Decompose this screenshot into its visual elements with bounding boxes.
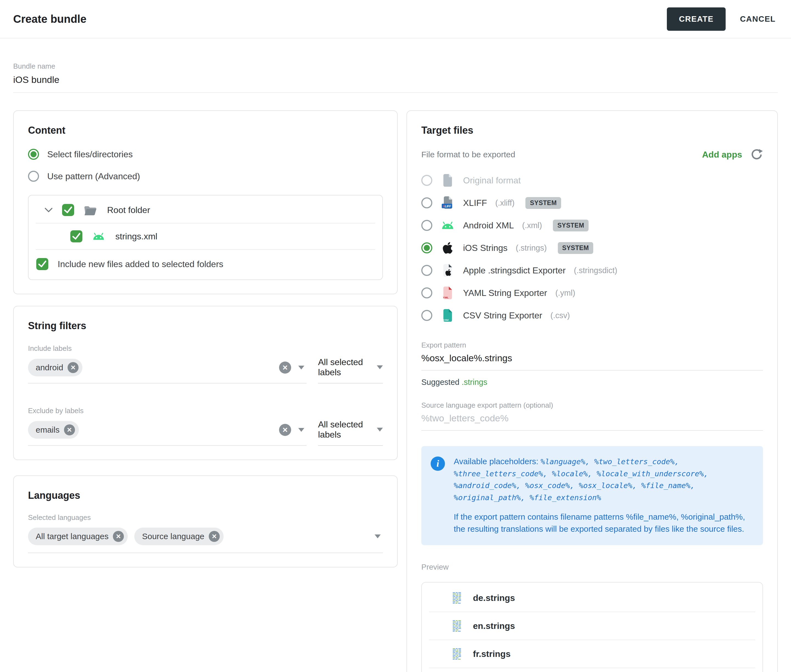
preview-row: en.strings [422, 612, 762, 640]
radio-selected-icon[interactable] [421, 242, 432, 253]
radio-unselected-icon[interactable] [28, 171, 39, 182]
remove-chip-icon[interactable]: ✕ [64, 424, 75, 435]
format-row-yaml[interactable]: YML YAML String Exporter (.yml) [421, 282, 763, 304]
chip-label: All target languages [36, 532, 109, 541]
preview-file-name: fr.strings [473, 649, 510, 659]
format-row-csv[interactable]: CSV CSV String Exporter (.csv) [421, 304, 763, 327]
export-pattern-field: Export pattern [421, 341, 763, 371]
include-labels-mode-select[interactable]: All selected labels [318, 357, 383, 384]
strings-file-icon [452, 619, 462, 632]
radio-selected-icon[interactable] [28, 149, 39, 160]
chevron-down-icon[interactable] [45, 207, 53, 213]
checkbox-root-checked[interactable] [62, 204, 74, 216]
exclude-mode-value: All selected labels [318, 419, 377, 440]
radio-unselected-icon[interactable] [421, 220, 432, 231]
system-badge: SYSTEM [525, 197, 561, 209]
checkbox-include-new-files[interactable] [36, 258, 48, 270]
format-ext: (.xliff) [495, 198, 514, 208]
remove-chip-icon[interactable]: ✕ [113, 531, 124, 542]
apple-icon [441, 241, 455, 254]
format-row-stringsdict[interactable]: Apple .stringsdict Exporter (.stringsdic… [421, 259, 763, 282]
format-name: YAML String Exporter [463, 288, 547, 298]
dropdown-arrow-icon[interactable] [377, 428, 383, 432]
format-row-original[interactable]: Original format [421, 169, 763, 192]
format-ext: (.xml) [522, 221, 542, 230]
suggested-label: Suggested [421, 378, 459, 387]
exclude-labels-label: Exclude by labels [28, 406, 383, 415]
format-name: Original format [463, 175, 521, 186]
strings-file-icon [452, 592, 462, 604]
csv-icon: CSV [441, 309, 455, 322]
android-icon [441, 221, 455, 230]
clear-include-labels-icon[interactable]: ✕ [279, 362, 291, 374]
option-select-files[interactable]: Select files/directories [28, 149, 383, 160]
radio-unselected-icon[interactable] [421, 287, 432, 298]
include-labels-input[interactable]: android ✕ ✕ [28, 357, 306, 384]
bundle-name-input[interactable] [13, 70, 778, 93]
chip-label: android [36, 363, 63, 372]
strings-file-icon [452, 648, 462, 660]
option-use-pattern[interactable]: Use pattern (Advanced) [28, 171, 383, 182]
checkbox-file-checked[interactable] [70, 230, 82, 242]
format-row-ios-strings[interactable]: iOS Strings (.strings) SYSTEM [421, 237, 763, 259]
file-icon [441, 173, 455, 187]
format-row-android-xml[interactable]: Android XML (.xml) SYSTEM [421, 214, 763, 237]
suggested-value[interactable]: .strings [462, 378, 487, 387]
format-name: iOS Strings [463, 243, 507, 253]
remove-chip-icon[interactable]: ✕ [67, 362, 79, 373]
preview-file-name: en.strings [473, 621, 515, 631]
dropdown-arrow-icon[interactable] [377, 365, 383, 369]
selected-languages-input[interactable]: All target languages ✕ Source language ✕ [28, 526, 383, 553]
svg-text:XLIFF: XLIFF [443, 205, 451, 208]
source-pattern-input[interactable] [421, 410, 763, 431]
include-mode-value: All selected labels [318, 357, 377, 378]
dropdown-arrow-icon[interactable] [298, 366, 304, 370]
chip-source-language: Source language ✕ [134, 528, 223, 545]
radio-unselected-icon[interactable] [421, 265, 432, 276]
format-row-xliff[interactable]: XLIFF XLIFF (.xliff) SYSTEM [421, 192, 763, 214]
exclude-labels-mode-select[interactable]: All selected labels [318, 419, 383, 446]
cancel-button[interactable]: CANCEL [740, 14, 776, 24]
format-ext: (.strings) [516, 243, 547, 253]
clear-exclude-labels-icon[interactable]: ✕ [279, 424, 291, 436]
radio-unselected-icon[interactable] [421, 310, 432, 321]
dropdown-arrow-icon[interactable] [375, 534, 381, 538]
suggested-extension: Suggested .strings [421, 378, 763, 387]
languages-heading: Languages [28, 490, 383, 501]
format-name: CSV String Exporter [463, 310, 542, 321]
source-pattern-label: Source language export pattern (optional… [421, 401, 763, 410]
tree-row-root[interactable]: Root folder [29, 197, 382, 223]
option-use-pattern-label: Use pattern (Advanced) [47, 171, 140, 181]
string-filters-card: String filters Include labels android ✕ … [13, 306, 398, 460]
radio-unselected-icon[interactable] [421, 175, 432, 186]
create-button[interactable]: CREATE [667, 7, 726, 31]
format-list: Original format XLIFF XLIFF [421, 169, 763, 327]
format-ext: (.csv) [550, 311, 570, 320]
preview-file-name: de.strings [473, 593, 515, 603]
exclude-labels-input[interactable]: emails ✕ ✕ [28, 419, 306, 446]
include-labels-group: Include labels android ✕ ✕ [28, 344, 383, 384]
format-name: Apple .stringsdict Exporter [463, 266, 566, 275]
tree-row-file[interactable]: strings.xml [29, 224, 382, 249]
include-new-files-option[interactable]: Include new files added to selected fold… [29, 250, 382, 278]
content-heading: Content [28, 125, 383, 136]
languages-card: Languages Selected languages All target … [13, 475, 398, 567]
export-pattern-input[interactable] [421, 349, 763, 371]
target-files-card: Target files File format to be exported … [406, 110, 778, 672]
bundle-name-label: Bundle name [13, 62, 778, 70]
radio-unselected-icon[interactable] [421, 197, 432, 208]
add-apps-link[interactable]: Add apps [702, 150, 742, 160]
option-select-files-label: Select files/directories [47, 149, 133, 160]
include-labels-label: Include labels [28, 344, 383, 353]
refresh-icon[interactable] [750, 148, 763, 161]
folder-icon [83, 204, 97, 216]
placeholders-info-box: i Available placeholders: %language%, %t… [421, 446, 763, 545]
target-files-heading: Target files [421, 125, 763, 136]
system-badge: SYSTEM [558, 242, 594, 254]
format-ext: (.stringsdict) [574, 266, 618, 275]
remove-chip-icon[interactable]: ✕ [209, 531, 220, 542]
placeholders-intro: Available placeholders: [454, 457, 541, 466]
chip-emails: emails ✕ [28, 421, 79, 439]
header-actions: CREATE CANCEL [667, 7, 776, 31]
dropdown-arrow-icon[interactable] [298, 428, 304, 432]
